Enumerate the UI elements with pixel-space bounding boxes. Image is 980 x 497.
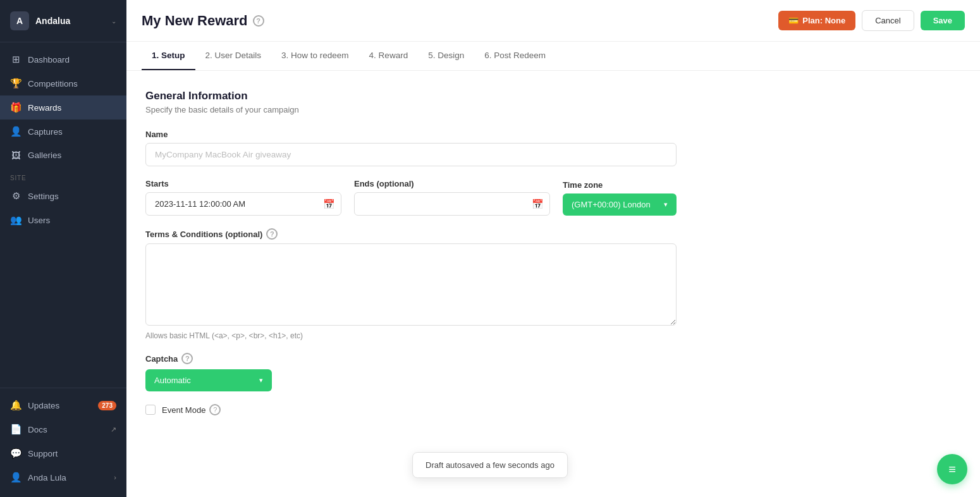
sidebar-label-updates: Updates [28,401,59,410]
timezone-select[interactable]: (GMT+00:00) London ▾ [563,193,677,216]
sidebar-label-settings: Settings [28,192,59,201]
tab-design[interactable]: 5. Design [418,42,474,70]
updates-badge: 273 [98,401,116,410]
sidebar-label-docs: Docs [28,425,47,434]
competitions-icon: 🏆 [10,78,21,89]
anda-lula-icon: 👤 [10,472,21,483]
captcha-select[interactable]: Automatic ▾ [145,369,272,391]
topbar-actions: 💳 Plan: None Cancel Save [778,10,965,31]
sidebar-item-updates[interactable]: 🔔 Updates 273 [0,393,126,417]
settings-icon: ⚙ [10,190,21,202]
sidebar-item-galleries[interactable]: 🖼 Galleries [0,144,126,167]
sidebar-item-docs[interactable]: 📄 Docs ↗ [0,417,126,441]
starts-group: Starts 📅 [145,179,341,216]
tab-how-to-redeem[interactable]: 3. How to redeem [271,42,359,70]
date-row: Starts 📅 Ends (optional) 📅 Time zone (GM… [145,179,677,216]
starts-input[interactable] [145,192,341,216]
topbar: My New Reward ? 💳 Plan: None Cancel Save [126,0,980,42]
captures-icon: 👤 [10,126,21,137]
sidebar-bottom: 🔔 Updates 273 📄 Docs ↗ 💬 Support 👤 Anda … [0,388,126,497]
page-title: My New Reward [142,13,248,29]
updates-icon: 🔔 [10,400,21,411]
starts-label: Starts [145,179,341,188]
dashboard-icon: ⊞ [10,54,21,65]
html-hint: Allows basic HTML (<a>, <p>, <br>, <h1>,… [145,331,677,340]
sidebar-item-dashboard[interactable]: ⊞ Dashboard [0,47,126,71]
ends-input[interactable] [354,192,550,216]
starts-calendar-icon[interactable]: 📅 [323,199,335,210]
save-button[interactable]: Save [921,11,965,30]
tab-setup[interactable]: 1. Setup [142,42,195,70]
terms-help-icon[interactable]: ? [266,228,278,240]
fab-button[interactable]: ≡ [937,454,967,484]
terms-label: Terms & Conditions (optional) ? [145,228,677,240]
ends-calendar-icon[interactable]: 📅 [532,199,544,210]
galleries-icon: 🖼 [10,150,21,161]
event-mode-checkbox[interactable] [145,405,156,415]
site-section-label: Site [0,167,126,184]
sidebar: A Andalua ⌄ ⊞ Dashboard 🏆 Competitions 🎁… [0,0,126,497]
tabs-bar: 1. Setup 2. User Details 3. How to redee… [126,42,980,71]
page-title-area: My New Reward ? [142,13,264,29]
ends-input-wrapper: 📅 [354,192,550,216]
captcha-help-icon[interactable]: ? [181,353,193,364]
name-label: Name [145,130,677,139]
logo-avatar: A [10,11,29,30]
plan-label: Plan: None [802,16,845,25]
plan-card-icon: 💳 [788,16,799,25]
docs-icon: 📄 [10,424,21,435]
toast-message: Draft autosaved a few seconds ago [426,460,554,470]
event-mode-help-icon[interactable]: ? [209,404,221,415]
main-content: My New Reward ? 💳 Plan: None Cancel Save… [126,0,980,497]
sidebar-label-captures: Captures [28,127,63,137]
sidebar-item-support[interactable]: 💬 Support [0,441,126,465]
captcha-group: Captcha ? Automatic ▾ [145,353,677,391]
logo-chevron-icon: ⌄ [111,18,116,25]
cancel-button[interactable]: Cancel [862,10,914,31]
tab-reward[interactable]: 4. Reward [359,42,419,70]
name-group: Name [145,130,677,166]
section-title: General Information [145,90,677,102]
sidebar-label-competitions: Competitions [28,79,78,89]
support-icon: 💬 [10,448,21,459]
captcha-label: Captcha ? [145,353,677,364]
toast: Draft autosaved a few seconds ago [412,452,568,478]
setup-content: General Information Specify the basic de… [126,71,695,447]
tab-post-redeem[interactable]: 6. Post Redeem [474,42,556,70]
captcha-chevron-icon: ▾ [259,376,263,384]
title-help-icon[interactable]: ? [253,15,264,27]
sidebar-item-users[interactable]: 👥 Users [0,208,126,232]
terms-group: Terms & Conditions (optional) ? Allows b… [145,228,677,340]
sidebar-item-rewards[interactable]: 🎁 Rewards [0,95,126,120]
users-icon: 👥 [10,214,21,226]
sidebar-label-support: Support [28,449,58,458]
timezone-chevron-icon: ▾ [664,200,668,209]
external-link-icon: ↗ [111,426,116,434]
sidebar-item-competitions[interactable]: 🏆 Competitions [0,71,126,95]
rewards-icon: 🎁 [10,102,21,113]
timezone-value: (GMT+00:00) London [572,200,651,209]
chevron-right-icon: › [114,474,116,481]
sidebar-logo[interactable]: A Andalua ⌄ [0,0,126,42]
sidebar-nav: ⊞ Dashboard 🏆 Competitions 🎁 Rewards 👤 C… [0,42,126,388]
event-mode-label: Event Mode ? [162,404,221,415]
sidebar-label-galleries: Galleries [28,150,61,160]
sidebar-label-anda-lula: Anda Lula [28,473,66,482]
timezone-group: Time zone (GMT+00:00) London ▾ [563,180,677,216]
section-subtitle: Specify the basic details of your campai… [145,105,677,114]
sidebar-item-settings[interactable]: ⚙ Settings [0,184,126,208]
ends-label: Ends (optional) [354,179,550,188]
name-input[interactable] [145,143,677,166]
terms-textarea[interactable] [145,243,677,326]
sidebar-label-users: Users [28,216,50,225]
sidebar-item-captures[interactable]: 👤 Captures [0,120,126,144]
sidebar-label-dashboard: Dashboard [28,55,70,64]
event-mode-group: Event Mode ? [145,404,677,415]
tab-user-details[interactable]: 2. User Details [195,42,272,70]
plan-button[interactable]: 💳 Plan: None [778,11,855,30]
sidebar-item-anda-lula[interactable]: 👤 Anda Lula › [0,465,126,489]
ends-group: Ends (optional) 📅 [354,179,550,216]
captcha-value: Automatic [154,376,191,385]
logo-name: Andalua [35,16,70,26]
sidebar-label-rewards: Rewards [28,103,61,113]
